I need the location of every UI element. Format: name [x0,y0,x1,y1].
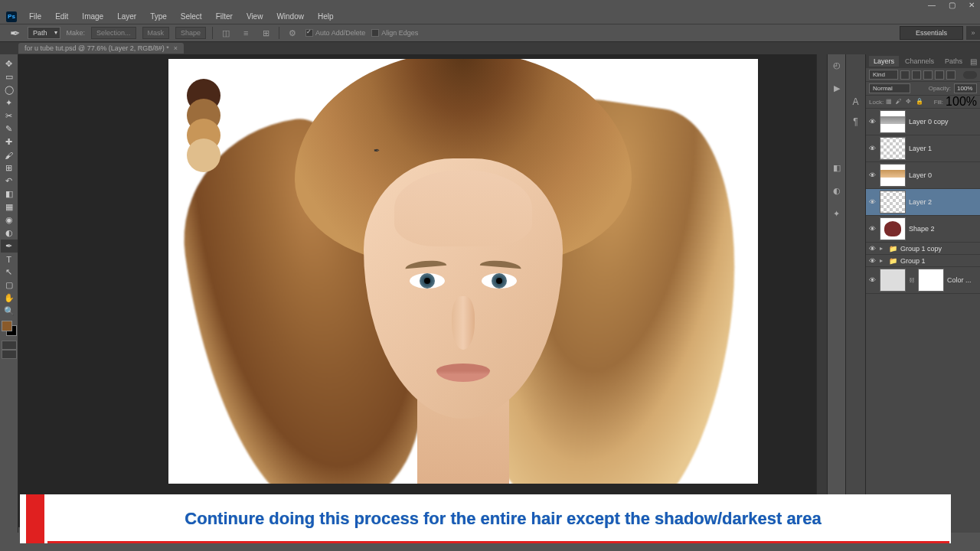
mask-thumbnail[interactable] [918,269,944,292]
layer-name[interactable]: Group 1 [900,257,926,265]
lock-pixels-icon[interactable]: 🖌 [896,98,903,106]
marquee-tool[interactable]: ▭ [1,70,18,83]
layer-name[interactable]: Layer 2 [909,198,932,206]
minimize-button[interactable]: — [928,1,936,8]
visibility-toggle[interactable]: 👁 [867,198,877,206]
stamp-tool[interactable]: ⊞ [1,161,18,174]
zoom-tool[interactable]: 🔍 [1,305,18,318]
visibility-toggle[interactable]: 👁 [867,171,877,179]
blur-tool[interactable]: ◉ [1,214,18,227]
lock-position-icon[interactable]: ✥ [906,98,913,106]
gradient-tool[interactable]: ▦ [1,201,18,214]
visibility-toggle[interactable]: 👁 [867,257,877,265]
arrange-icon[interactable]: ⊞ [259,27,273,39]
visibility-toggle[interactable]: 👁 [867,118,877,126]
layer-row[interactable]: 👁 Layer 2 [866,189,980,216]
layer-name[interactable]: Shape 2 [909,225,935,233]
visibility-toggle[interactable]: 👁 [867,145,877,152]
canvas-area[interactable]: ✒ [18,54,816,533]
brush-tool[interactable]: 🖌 [1,148,18,161]
align-edges-checkbox[interactable] [371,29,379,37]
layer-name[interactable]: Layer 0 [909,171,932,179]
layer-row[interactable]: 👁 Shape 2 [866,216,980,243]
layer-group-row[interactable]: 👁 ▸ 📁 Group 1 [866,255,980,267]
visibility-toggle[interactable]: 👁 [867,225,877,233]
healing-tool[interactable]: ✚ [1,135,18,148]
layer-thumbnail[interactable] [880,191,906,214]
auto-add-delete-checkbox[interactable] [305,29,313,37]
rectangle-tool[interactable]: ▢ [1,279,18,292]
blend-mode-dropdown[interactable]: Normal [869,83,910,93]
workspace-menu-icon[interactable]: » [966,26,980,40]
layer-thumbnail[interactable] [880,137,906,160]
layers-tab[interactable]: Layers [869,56,899,67]
shape-button[interactable]: Shape [175,27,206,39]
layer-thumbnail[interactable] [880,217,906,240]
paths-tab[interactable]: Paths [940,56,967,67]
menu-edit[interactable]: Edit [49,11,74,22]
layer-thumbnail[interactable] [880,110,906,133]
menu-window[interactable]: Window [270,11,310,22]
color-swatches[interactable] [2,321,17,336]
screen-mode[interactable] [2,350,17,359]
styles-panel-icon[interactable]: ✦ [831,207,843,220]
eyedropper-tool[interactable]: ✎ [1,122,18,135]
path-ops-icon[interactable]: ◫ [219,27,233,39]
document-tab-close[interactable]: × [174,44,178,52]
lock-transparency-icon[interactable]: ▦ [886,98,893,106]
vertical-scrollbar[interactable] [816,54,827,533]
layer-thumbnail[interactable] [880,269,906,292]
layer-group-row[interactable]: 👁 ▸ 📁 Group 1 copy [866,243,980,255]
selection-button[interactable]: Selection... [91,27,136,39]
close-button[interactable]: ✕ [968,1,975,8]
adjustments-panel-icon[interactable]: ◐ [831,184,843,197]
workspace-button[interactable]: Essentials [900,26,963,40]
layer-thumbnail[interactable] [880,164,906,187]
history-brush-tool[interactable]: ↶ [1,174,18,187]
group-expand-icon[interactable]: ▸ [880,245,886,252]
layer-row[interactable]: 👁 Layer 1 [866,135,980,162]
mask-link-icon[interactable]: ⛓ [909,277,915,284]
menu-layer[interactable]: Layer [111,11,142,22]
magic-wand-tool[interactable]: ✦ [1,96,18,109]
menu-file[interactable]: File [23,11,47,22]
quick-mask-mode[interactable] [2,341,17,350]
filter-smart-icon[interactable] [946,70,956,80]
document-canvas[interactable]: ✒ [168,59,758,484]
path-select-tool[interactable]: ↖ [1,266,18,279]
properties-panel-icon[interactable]: ◧ [831,161,843,174]
gear-icon[interactable]: ⚙ [286,27,299,39]
filter-type-icon[interactable] [923,70,933,80]
pen-tool-icon[interactable]: ✒ [8,26,21,40]
foreground-color[interactable] [2,321,12,331]
maximize-button[interactable]: ▢ [948,1,956,8]
layer-name[interactable]: Color ... [947,276,972,284]
hand-tool[interactable]: ✋ [1,292,18,305]
menu-filter[interactable]: Filter [210,11,239,22]
opacity-value[interactable]: 100% [954,83,977,93]
layer-name[interactable]: Layer 0 copy [909,118,949,126]
type-tool[interactable]: T [1,253,18,266]
channels-tab[interactable]: Channels [900,56,939,67]
mask-button[interactable]: Mask [142,27,170,39]
layer-name[interactable]: Group 1 copy [900,245,942,253]
filter-kind-dropdown[interactable]: Kind [869,70,898,80]
character-panel-icon[interactable]: A [850,96,862,108]
group-expand-icon[interactable]: ▸ [880,257,886,264]
document-tab[interactable]: for u tube tut.psd @ 77.6% (Layer 2, RGB… [18,43,184,54]
menu-image[interactable]: Image [76,11,109,22]
paragraph-panel-icon[interactable]: ¶ [850,116,862,128]
menu-help[interactable]: Help [312,11,340,22]
crop-tool[interactable]: ✂ [1,109,18,122]
align-icon[interactable]: ≡ [239,27,253,39]
visibility-toggle[interactable]: 👁 [867,276,877,284]
menu-type[interactable]: Type [144,11,173,22]
move-tool[interactable]: ✥ [1,57,18,70]
layer-name[interactable]: Layer 1 [909,145,932,152]
filter-adjustment-icon[interactable] [912,70,921,80]
dodge-tool[interactable]: ◐ [1,227,18,240]
fill-value[interactable]: 100% [946,95,977,109]
layer-row[interactable]: 👁 ⛓ Color ... [866,267,980,294]
history-panel-icon[interactable]: ◴ [831,59,843,71]
layer-row[interactable]: 👁 Layer 0 copy [866,109,980,135]
